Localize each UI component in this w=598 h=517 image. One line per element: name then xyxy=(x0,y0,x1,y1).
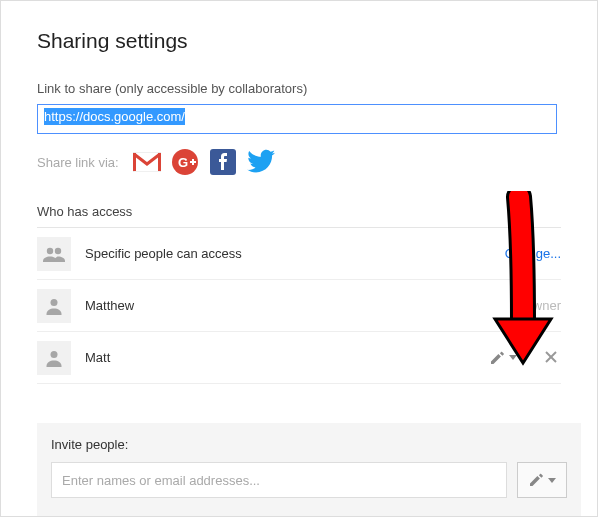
person-role: Is owner xyxy=(512,298,561,313)
person-row-editor: Matt xyxy=(37,332,561,384)
svg-point-11 xyxy=(51,351,58,358)
person-row-owner: Matthew Is owner xyxy=(37,280,561,332)
google-plus-icon[interactable]: G xyxy=(171,148,199,176)
change-visibility-link[interactable]: Change... xyxy=(505,246,561,261)
close-icon xyxy=(545,351,557,363)
who-has-access-heading: Who has access xyxy=(37,204,561,228)
svg-point-8 xyxy=(47,247,53,253)
gmail-icon[interactable] xyxy=(133,148,161,176)
pencil-icon xyxy=(528,472,544,488)
invite-input[interactable] xyxy=(51,462,507,498)
invite-permission-dropdown[interactable] xyxy=(517,462,567,498)
visibility-row: Specific people can access Change... xyxy=(37,228,561,280)
svg-point-9 xyxy=(55,247,61,253)
share-link-value: https://docs.google.com/ xyxy=(44,108,185,125)
svg-rect-1 xyxy=(133,153,136,171)
visibility-text: Specific people can access xyxy=(85,246,505,261)
dialog-title: Sharing settings xyxy=(37,29,561,53)
permission-dropdown[interactable] xyxy=(489,350,517,366)
person-name: Matt xyxy=(85,350,489,365)
svg-text:G: G xyxy=(178,155,188,170)
share-link-input[interactable]: https://docs.google.com/ xyxy=(37,104,557,134)
svg-rect-2 xyxy=(158,153,161,171)
pencil-icon xyxy=(489,350,505,366)
invite-label: Invite people: xyxy=(51,437,567,452)
chevron-down-icon xyxy=(548,478,556,483)
person-icon xyxy=(37,341,71,375)
share-via-label: Share link via: xyxy=(37,155,119,170)
facebook-icon[interactable] xyxy=(209,148,237,176)
people-icon xyxy=(37,237,71,271)
svg-point-10 xyxy=(51,299,58,306)
twitter-icon[interactable] xyxy=(247,148,275,176)
sharing-settings-dialog: Sharing settings Link to share (only acc… xyxy=(0,0,598,517)
invite-section: Invite people: xyxy=(37,423,581,516)
chevron-down-icon xyxy=(509,355,517,360)
person-name: Matthew xyxy=(85,298,512,313)
person-icon xyxy=(37,289,71,323)
share-via-row: Share link via: G xyxy=(37,148,561,176)
link-share-label: Link to share (only accessible by collab… xyxy=(37,81,561,96)
remove-person-button[interactable] xyxy=(541,345,561,371)
